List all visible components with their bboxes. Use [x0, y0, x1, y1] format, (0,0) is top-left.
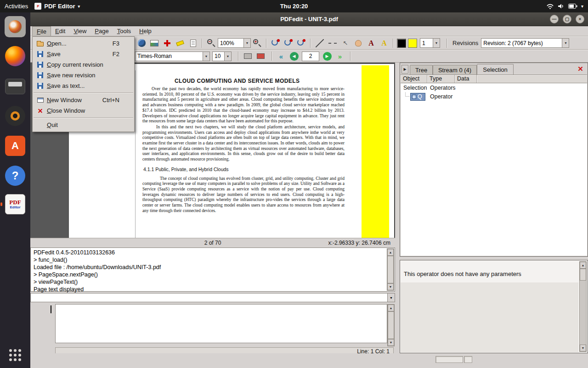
- view-mode-button[interactable]: [242, 51, 254, 62]
- menu-item-copy-current-revision[interactable]: Copy current revision: [33, 59, 134, 70]
- show-applications-button[interactable]: [5, 345, 26, 366]
- menu-item-quit[interactable]: Quit: [33, 120, 134, 130]
- combo-arrow-icon[interactable]: ▼: [562, 39, 569, 47]
- hand-tool-button[interactable]: [352, 38, 364, 49]
- text-highlight-button[interactable]: A: [378, 38, 390, 49]
- font-size-combo[interactable]: 10▼: [212, 52, 232, 61]
- foreground-color-swatch[interactable]: [397, 39, 406, 48]
- revision-combo[interactable]: Revision: 2 (7067 bytes)▼: [481, 38, 569, 48]
- zoom-combo[interactable]: 100%▼: [218, 38, 251, 48]
- scroll-up-icon[interactable]: ▲: [580, 262, 586, 269]
- script-editor-area[interactable]: [55, 304, 387, 343]
- editor-scrollbar[interactable]: ▲ ▼: [387, 304, 395, 346]
- menu-page[interactable]: Page: [90, 26, 113, 36]
- dock-icon-media-app[interactable]: [5, 105, 26, 126]
- menu-help[interactable]: Help: [135, 26, 156, 36]
- column-object[interactable]: Object: [401, 75, 427, 83]
- draw-line-button[interactable]: [314, 38, 326, 49]
- tab-scroll-arrow-icon[interactable]: ▶: [401, 65, 408, 74]
- activities-button[interactable]: Activities: [5, 3, 28, 10]
- console-line: Page text displayed: [34, 286, 392, 293]
- add-text-button[interactable]: [187, 38, 199, 49]
- refresh-revision-button[interactable]: [295, 38, 307, 49]
- scroll-up-icon[interactable]: ▲: [387, 249, 394, 256]
- maximize-button[interactable]: ▢: [563, 15, 571, 23]
- text-color-button[interactable]: A: [365, 38, 377, 49]
- system-status-area[interactable]: ▾: [546, 0, 583, 12]
- dock-icon-help[interactable]: ?: [5, 165, 26, 186]
- insert-image-button[interactable]: [148, 38, 160, 49]
- line-width-combo[interactable]: 1▼: [420, 38, 440, 48]
- panel-close-icon[interactable]: ✕: [576, 64, 585, 74]
- menu-bar: File Edit View Page Tools Help: [30, 26, 588, 36]
- dock-icon-files[interactable]: [5, 16, 26, 37]
- command-history-arrow-icon[interactable]: ▼: [387, 293, 395, 302]
- last-page-button[interactable]: »: [334, 51, 346, 62]
- console-scrollbar[interactable]: ▲ ▼: [387, 248, 394, 291]
- scroll-up-icon[interactable]: ▲: [388, 305, 394, 311]
- menu-item-open[interactable]: Open... F3: [33, 38, 134, 49]
- menu-item-new-window[interactable]: New Window Ctrl+N: [33, 95, 134, 105]
- menu-item-save[interactable]: Save F2: [33, 49, 134, 59]
- scroll-down-icon[interactable]: ▼: [580, 345, 586, 351]
- dock-icon-ubuntu-software[interactable]: A: [5, 135, 26, 156]
- toolbar-separator: [271, 52, 272, 61]
- tree-row-type: Operators: [430, 85, 456, 91]
- tree-row-object[interactable]: Selection: [403, 85, 427, 91]
- reload-page-button[interactable]: [270, 38, 282, 49]
- draw-dashed-line-button[interactable]: [327, 38, 339, 49]
- combo-arrow-icon[interactable]: ▼: [203, 52, 209, 61]
- draw-arrow-button[interactable]: ↖: [339, 38, 351, 49]
- yellow-highlight-annotation[interactable]: [362, 65, 389, 238]
- column-data[interactable]: Data: [455, 75, 477, 83]
- combo-arrow-icon[interactable]: ▼: [243, 39, 250, 47]
- menu-item-close-window[interactable]: ✕ Close Window: [33, 105, 134, 116]
- tab-tree[interactable]: Tree: [410, 65, 433, 75]
- parameters-scrollbar[interactable]: ▲ ▼: [579, 261, 587, 352]
- menu-file[interactable]: File: [32, 26, 51, 36]
- command-input[interactable]: ▼: [30, 293, 395, 302]
- zoom-out-button[interactable]: [205, 38, 217, 49]
- page-margin-line: [135, 70, 136, 238]
- scroll-down-icon[interactable]: ▼: [387, 283, 394, 290]
- menu-item-save-new-revision[interactable]: Save new revision: [33, 70, 134, 80]
- scrollbar-thumb[interactable]: [388, 311, 394, 339]
- font-combo[interactable]: Times-Roman▼: [135, 52, 210, 61]
- highlighter-tool-button[interactable]: [174, 38, 186, 49]
- page-number-field[interactable]: 2: [302, 52, 319, 61]
- script-editor-zone: ▲ ▼: [30, 303, 395, 346]
- dock-icon-pdf-editor[interactable]: PDFEditor: [5, 194, 26, 215]
- menu-item-save-as-text[interactable]: Save as text...: [33, 80, 134, 91]
- dock-icon-file-manager[interactable]: [5, 76, 26, 97]
- close-button[interactable]: ×: [576, 15, 584, 23]
- highlight-color-swatch[interactable]: [408, 39, 417, 48]
- next-page-button[interactable]: ▶: [321, 51, 333, 62]
- minimize-button[interactable]: —: [550, 15, 559, 23]
- menu-edit[interactable]: Edit: [51, 26, 69, 36]
- scroll-down-icon[interactable]: ▼: [388, 339, 394, 346]
- combo-arrow-icon[interactable]: ▼: [224, 52, 231, 61]
- app-menu[interactable]: P PDF Editor ▾: [34, 3, 80, 10]
- window-titlebar[interactable]: PDFedit - UNIT-3.pdf — ▢ ×: [30, 12, 588, 26]
- open-url-button[interactable]: [136, 38, 147, 49]
- revert-revision-button[interactable]: [283, 38, 294, 49]
- remove-view-button[interactable]: [254, 51, 266, 62]
- command-input-field[interactable]: [31, 293, 387, 302]
- clock[interactable]: Thu 20:20: [280, 3, 308, 10]
- shortcut-label: F3: [113, 40, 130, 47]
- scrollbar-thumb[interactable]: [387, 256, 394, 283]
- tab-selection[interactable]: Selection: [477, 64, 514, 75]
- tree-row-q-selected[interactable]: Q: [410, 93, 425, 101]
- combo-arrow-icon[interactable]: ▼: [433, 39, 440, 47]
- dock-icon-firefox[interactable]: [5, 46, 26, 67]
- zoom-in-button[interactable]: [251, 38, 263, 49]
- menu-tools[interactable]: Tools: [113, 26, 135, 36]
- add-annotation-button[interactable]: [161, 38, 173, 49]
- prev-page-button[interactable]: ◀: [288, 51, 300, 62]
- text-page-icon: [190, 40, 196, 47]
- tab-stream[interactable]: Stream 0 (4): [433, 65, 477, 75]
- column-type[interactable]: Type: [427, 75, 455, 83]
- first-page-button[interactable]: «: [275, 51, 287, 62]
- scrollbar-thumb[interactable]: [580, 269, 586, 281]
- menu-view[interactable]: View: [69, 26, 90, 36]
